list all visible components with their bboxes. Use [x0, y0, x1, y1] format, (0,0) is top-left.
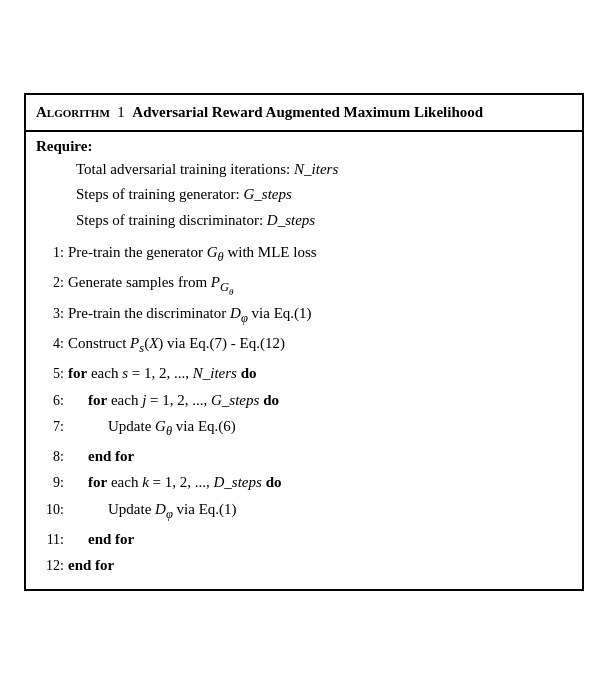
step-content-6: for each j = 1, 2, ..., G_steps do: [68, 387, 572, 413]
require-items: Total adversarial training iterations: N…: [36, 157, 572, 234]
require-item: Steps of training generator: G_steps: [76, 182, 572, 208]
algorithm-body: Require: Total adversarial training iter…: [26, 132, 582, 589]
step-12: 12: end for: [36, 552, 572, 579]
step-content-7: Update Gθ via Eq.(6): [68, 413, 572, 443]
step-2: 2: Generate samples from PGθ: [36, 269, 572, 300]
step-content-10: Update Dφ via Eq.(1): [68, 496, 572, 526]
step-11: 11: end for: [36, 526, 572, 553]
require-item: Total adversarial training iterations: N…: [76, 157, 572, 183]
step-6: 6: for each j = 1, 2, ..., G_steps do: [36, 387, 572, 414]
step-number-2: 2:: [36, 271, 64, 296]
step-number-6: 6:: [36, 389, 64, 414]
step-number-11: 11:: [36, 528, 64, 553]
step-number-9: 9:: [36, 471, 64, 496]
step-content-11: end for: [68, 526, 572, 552]
algorithm-box: Algorithm 1 Adversarial Reward Augmented…: [24, 93, 584, 591]
require-section: Require: Total adversarial training iter…: [36, 138, 572, 234]
step-number-4: 4:: [36, 332, 64, 357]
algorithm-label: Algorithm: [36, 104, 110, 120]
step-content-2: Generate samples from PGθ: [68, 269, 572, 300]
step-number-1: 1:: [36, 241, 64, 266]
step-3: 3: Pre-train the discriminator Dφ via Eq…: [36, 300, 572, 330]
step-content-3: Pre-train the discriminator Dφ via Eq.(1…: [68, 300, 572, 330]
step-content-4: Construct Ps(X) via Eq.(7) - Eq.(12): [68, 330, 572, 360]
step-number-3: 3:: [36, 302, 64, 327]
algorithm-title: Adversarial Reward Augmented Maximum Lik…: [132, 104, 483, 120]
algorithm-header: Algorithm 1 Adversarial Reward Augmented…: [26, 95, 582, 132]
step-8: 8: end for: [36, 443, 572, 470]
param-g-steps: G_steps: [243, 186, 291, 202]
step-number-7: 7:: [36, 415, 64, 440]
step-4: 4: Construct Ps(X) via Eq.(7) - Eq.(12): [36, 330, 572, 360]
step-7: 7: Update Gθ via Eq.(6): [36, 413, 572, 443]
step-lines: 1: Pre-train the generator Gθ with MLE l…: [36, 239, 572, 579]
step-9: 9: for each k = 1, 2, ..., D_steps do: [36, 469, 572, 496]
param-d-steps: D_steps: [267, 212, 315, 228]
algorithm-number: 1: [114, 104, 129, 120]
step-content-12: end for: [68, 552, 572, 578]
step-content-5: for each s = 1, 2, ..., N_iters do: [68, 360, 572, 386]
require-label: Require:: [36, 138, 572, 155]
step-5: 5: for each s = 1, 2, ..., N_iters do: [36, 360, 572, 387]
require-item: Steps of training discriminator: D_steps: [76, 208, 572, 234]
step-number-12: 12:: [36, 554, 64, 579]
step-1: 1: Pre-train the generator Gθ with MLE l…: [36, 239, 572, 269]
step-content-9: for each k = 1, 2, ..., D_steps do: [68, 469, 572, 495]
param-n-iters: N_iters: [294, 161, 338, 177]
step-content-1: Pre-train the generator Gθ with MLE loss: [68, 239, 572, 269]
step-content-8: end for: [68, 443, 572, 469]
step-number-5: 5:: [36, 362, 64, 387]
step-number-10: 10:: [36, 498, 64, 523]
step-10: 10: Update Dφ via Eq.(1): [36, 496, 572, 526]
step-number-8: 8:: [36, 445, 64, 470]
